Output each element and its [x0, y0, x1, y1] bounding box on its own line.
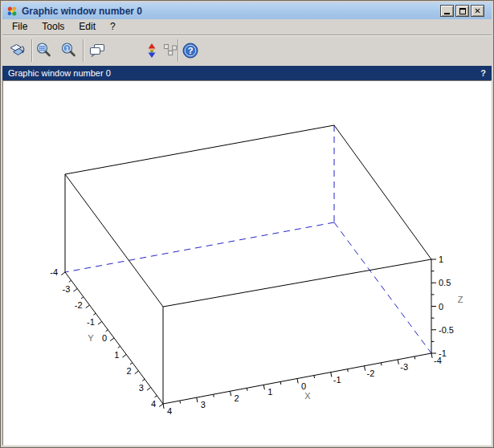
tick-label: 0	[439, 302, 443, 312]
rotate-axes-button[interactable]	[8, 41, 27, 60]
axis-label-y: Y	[88, 333, 94, 343]
original-view-button[interactable]: 1	[59, 41, 79, 60]
infobar-help-icon[interactable]: ?	[480, 68, 486, 78]
minor-tick	[155, 396, 157, 397]
menu-help[interactable]: ?	[103, 19, 123, 35]
minor-tick	[130, 363, 133, 365]
tick-label: -4	[50, 267, 58, 277]
toolbar-separator	[178, 39, 179, 62]
minor-tick	[81, 297, 84, 299]
rotate-3d-button[interactable]	[142, 41, 161, 60]
tick-label: 2	[126, 366, 131, 376]
graphic-window: Graphic window number 0 ✕ File Tools Edi…	[0, 0, 494, 448]
major-tick	[122, 355, 126, 358]
minor-tick	[280, 381, 281, 384]
close-icon: ✕	[474, 7, 480, 15]
major-tick	[73, 289, 77, 292]
major-tick	[263, 385, 264, 389]
major-tick	[365, 366, 365, 371]
box-edge	[65, 125, 334, 174]
svg-text:1: 1	[65, 45, 68, 52]
tick-label: -1	[333, 375, 341, 385]
toolbar-separator	[83, 39, 84, 62]
minor-tick	[69, 280, 71, 282]
menubar: File Tools Edit ?	[2, 19, 492, 35]
help-button[interactable]: ?	[181, 41, 200, 60]
tick-label: -3	[62, 284, 70, 294]
minor-tick	[106, 330, 108, 332]
tick-label: 2	[234, 393, 239, 403]
minor-tick	[247, 388, 247, 390]
major-tick	[231, 391, 231, 396]
minor-tick	[142, 379, 145, 381]
minor-tick	[314, 376, 315, 378]
tick-label: 1	[439, 255, 443, 264]
tick-label: 3	[139, 383, 144, 393]
tick-label: 0	[102, 333, 107, 343]
graphics-editor-button[interactable]	[88, 41, 107, 60]
toolbar-separator	[31, 39, 33, 62]
major-tick	[159, 404, 163, 407]
major-tick	[147, 388, 151, 391]
rotate-axes-icon	[8, 41, 27, 60]
minor-tick	[93, 313, 96, 315]
zoom-area-button[interactable]	[35, 41, 54, 60]
minimize-icon	[444, 13, 450, 14]
maximize-button[interactable]	[455, 5, 469, 17]
tick-label: 1	[267, 387, 272, 397]
tick-label: 0.5	[439, 278, 451, 287]
tick-label: 4	[151, 399, 156, 409]
axis-label-x: X	[304, 391, 311, 401]
minor-tick	[348, 369, 349, 372]
major-tick	[331, 373, 332, 377]
close-button[interactable]: ✕	[471, 5, 484, 17]
tick-label: 1	[114, 350, 119, 360]
toolbar: 1	[2, 35, 492, 66]
svg-text:?: ?	[188, 46, 194, 55]
tick-label: 3	[201, 400, 206, 409]
major-tick	[110, 338, 114, 341]
scilab-logo-icon	[6, 6, 18, 17]
tick-label: -2	[367, 369, 375, 378]
tick-label: -1	[439, 348, 447, 358]
major-tick	[197, 397, 198, 402]
menu-file[interactable]: File	[5, 19, 35, 35]
graphics-editor-icon	[88, 41, 107, 60]
tick-label: -1	[87, 317, 95, 327]
infobar-title: Graphic window number 0	[8, 68, 480, 78]
menu-edit[interactable]: Edit	[71, 19, 103, 35]
tick-label: -0.5	[439, 325, 454, 335]
titlebar[interactable]: Graphic window number 0 ✕	[2, 2, 492, 19]
major-tick	[431, 353, 432, 358]
tick-label: -3	[400, 362, 408, 372]
plot-canvas[interactable]: -4-3-2-101234Y43210-1-2-3-4X-1-0.500.51Z	[2, 80, 492, 446]
major-tick	[398, 360, 398, 365]
maximize-icon	[459, 8, 466, 14]
tick-label: 4	[167, 406, 172, 416]
minimize-button[interactable]	[440, 5, 454, 17]
major-tick	[297, 379, 298, 384]
axis-label-z: Z	[458, 295, 463, 304]
original-view-icon: 1	[59, 41, 79, 60]
minor-tick	[180, 401, 181, 403]
major-tick	[135, 371, 139, 374]
major-tick	[98, 322, 102, 325]
minor-tick	[214, 394, 214, 397]
window-title: Graphic window number 0	[22, 6, 440, 17]
minor-tick	[414, 356, 415, 359]
major-tick	[61, 272, 65, 275]
tick-label: 0	[301, 381, 306, 391]
zoom-area-icon	[35, 41, 54, 60]
infobar: Graphic window number 0 ?	[2, 66, 492, 80]
box-hidden-edge	[334, 222, 431, 353]
rotate-3d-icon	[142, 41, 161, 60]
minor-tick	[118, 346, 120, 348]
major-tick	[86, 305, 90, 308]
help-icon: ?	[181, 41, 200, 60]
plot-3d-axes-box: -4-3-2-101234Y43210-1-2-3-4X-1-0.500.51Z	[3, 81, 491, 445]
minor-tick	[381, 363, 382, 365]
box-edge	[65, 174, 163, 307]
box-hidden-edge	[65, 222, 334, 272]
tick-label: -2	[75, 300, 83, 310]
menu-tools[interactable]: Tools	[35, 19, 71, 35]
